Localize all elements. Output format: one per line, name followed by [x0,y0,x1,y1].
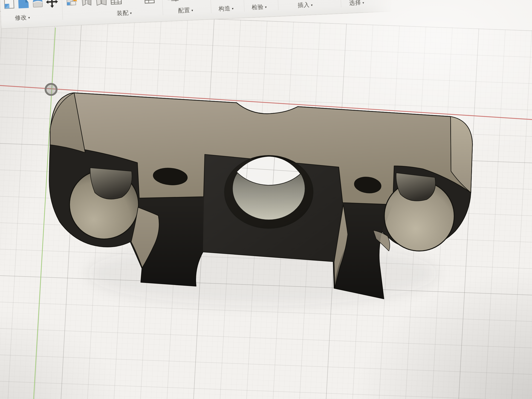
toolbar-group-inspect: 检验▾ [246,0,279,17]
toolbar-group-assemble: 装配▾ [63,0,161,25]
toolbar-separator [162,0,163,15]
chevron-down-icon: ▾ [265,5,267,9]
insert-menu[interactable]: 插入▾ [298,1,313,9]
inspect-menu[interactable]: 检验▾ [252,3,267,11]
assemble-menu[interactable]: 装配▾ [117,9,132,17]
new-component-icon[interactable] [65,0,79,8]
front-face-sheen [203,154,342,262]
chevron-down-icon: ▾ [191,8,194,12]
configuration-table-icon[interactable] [190,0,204,2]
toolbar-group-modify: 修改▾ [2,0,63,28]
joint-icon[interactable] [80,0,93,7]
chevron-down-icon: ▾ [130,11,132,15]
chevron-down-icon: ▾ [28,16,30,19]
bom-table-icon[interactable] [143,0,156,4]
fillet-icon[interactable] [17,0,30,10]
rigid-group-icon[interactable] [109,0,123,6]
chevron-down-icon: ▾ [362,1,364,5]
move-icon[interactable] [45,0,59,8]
press-pull-icon[interactable] [3,0,16,10]
configure-menu[interactable]: 配置▾ [178,6,193,14]
cad-viewport [0,0,532,399]
modify-menu[interactable]: 修改▾ [15,13,30,22]
toolbar-group-configure: 配置▾ [164,0,211,21]
configuration-icon[interactable] [166,0,179,3]
chevron-down-icon: ▾ [311,3,313,7]
toolbar-group-construct: 构造▾ [213,0,245,19]
as-built-joint-icon[interactable] [95,0,108,6]
select-menu[interactable]: 选择▾ [349,0,364,7]
chevron-down-icon: ▾ [232,7,234,10]
toolbar-group-select: 选择▾ [343,0,376,13]
toolbar-separator [340,0,341,7]
toolbar-group-insert: 插入▾ [280,0,339,16]
screen-photo: 修改▾ [0,0,532,399]
shell-icon[interactable] [31,0,44,9]
origin-point[interactable] [45,84,57,95]
construct-menu[interactable]: 构造▾ [218,4,234,13]
construction-plane-icon[interactable] [217,0,230,1]
